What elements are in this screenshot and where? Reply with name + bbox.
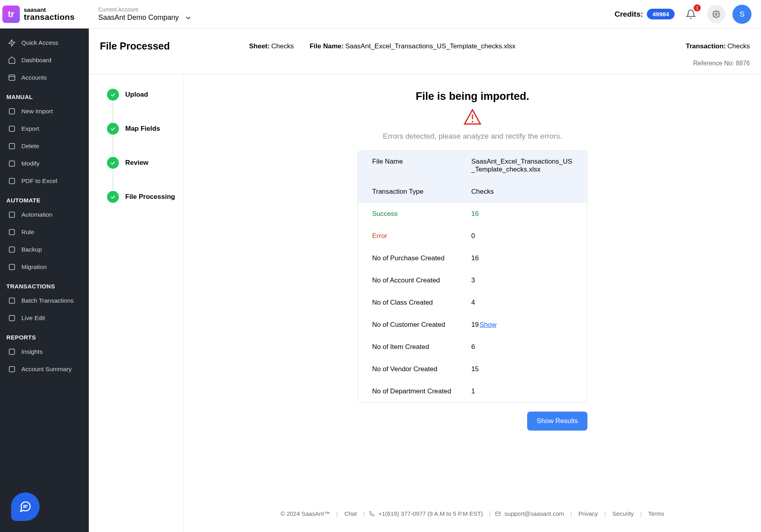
nav-icon bbox=[8, 125, 16, 133]
step-file-processing: File Processing bbox=[107, 191, 184, 203]
user-avatar[interactable]: S bbox=[732, 5, 751, 24]
nav-icon bbox=[8, 39, 16, 47]
sidebar-item-accounts[interactable]: Accounts bbox=[0, 69, 89, 86]
import-steps: Upload Map Fields Review File Processing bbox=[89, 74, 184, 532]
sidebar-item-label: Delete bbox=[21, 143, 39, 150]
ref-value: 8876 bbox=[736, 60, 750, 67]
sidebar-item-delete[interactable]: Delete bbox=[0, 137, 89, 155]
sidebar-item-batch-transactions[interactable]: Batch Transactions bbox=[0, 292, 89, 309]
row-label: No of Department Created bbox=[372, 387, 471, 395]
svg-rect-15 bbox=[9, 366, 14, 372]
nav-icon bbox=[8, 263, 16, 271]
sidebar-item-rule[interactable]: Rule bbox=[0, 223, 89, 241]
nav-icon bbox=[8, 314, 16, 322]
footer-terms[interactable]: Terms bbox=[648, 510, 664, 517]
sidebar-item-export[interactable]: Export bbox=[0, 120, 89, 137]
credits-label: Credits: bbox=[614, 10, 643, 19]
row-label: No of Customer Created bbox=[372, 321, 471, 329]
footer-chat[interactable]: Chat bbox=[344, 510, 357, 517]
row-label: Error bbox=[372, 232, 471, 240]
sidebar-item-new-import[interactable]: New Import bbox=[0, 103, 89, 120]
svg-rect-10 bbox=[9, 247, 14, 252]
svg-point-17 bbox=[472, 121, 473, 122]
sidebar-item-label: Modify bbox=[21, 160, 40, 167]
row-label: No of Class Created bbox=[372, 299, 471, 307]
nav-icon bbox=[8, 228, 16, 236]
result-row: No of Department Created 1 bbox=[358, 380, 587, 402]
svg-point-0 bbox=[715, 13, 717, 15]
step-label: Review bbox=[125, 159, 149, 167]
footer-copyright: © 2024 SaasAnt™ bbox=[281, 510, 330, 517]
row-label: No of Account Created bbox=[372, 276, 471, 284]
chat-fab[interactable] bbox=[11, 492, 40, 521]
svg-rect-1 bbox=[9, 75, 15, 80]
logo-line2: transactions bbox=[24, 13, 75, 21]
account-name: SaasAnt Demo Company bbox=[98, 13, 179, 22]
sidebar-item-migration[interactable]: Migration bbox=[0, 258, 89, 276]
result-row: No of Purchase Created 16 bbox=[358, 247, 587, 269]
txn-value: Checks bbox=[727, 42, 750, 50]
svg-rect-6 bbox=[9, 161, 14, 166]
footer-security[interactable]: Security bbox=[612, 510, 634, 517]
row-value: 4 bbox=[471, 299, 573, 307]
chevron-down-icon bbox=[184, 14, 192, 22]
sheet-value: Checks bbox=[271, 42, 294, 50]
row-value: SaasAnt_Excel_Transactions_US_Template_c… bbox=[471, 158, 573, 174]
sidebar-group-transactions: TRANSACTIONS bbox=[0, 276, 89, 292]
account-switcher[interactable]: Current Account SaasAnt Demo Company bbox=[98, 6, 192, 22]
sidebar-item-modify[interactable]: Modify bbox=[0, 155, 89, 172]
svg-rect-8 bbox=[9, 212, 14, 217]
footer-email[interactable]: support@saasant.com bbox=[505, 510, 564, 517]
step-review: Review bbox=[107, 157, 184, 169]
sidebar-item-pdf-to-excel[interactable]: PDF to Excel bbox=[0, 172, 89, 190]
sidebar-item-label: Dashboard bbox=[21, 57, 52, 64]
sidebar-item-backup[interactable]: Backup bbox=[0, 241, 89, 258]
logo[interactable]: tr saasant transactions bbox=[0, 6, 89, 23]
show-results-button[interactable]: Show Results bbox=[527, 412, 587, 431]
row-value: 15 bbox=[471, 365, 573, 373]
nav-icon bbox=[8, 74, 16, 82]
sidebar-item-automation[interactable]: Automation bbox=[0, 206, 89, 223]
sheet-key: Sheet: bbox=[249, 42, 270, 50]
warning-icon bbox=[463, 108, 482, 127]
sidebar-item-dashboard[interactable]: Dashboard bbox=[0, 51, 89, 69]
notification-count: 1 bbox=[694, 4, 701, 11]
sidebar-item-account-summary[interactable]: Account Summary bbox=[0, 360, 89, 378]
sidebar-item-quick-access[interactable]: Quick Access bbox=[0, 34, 89, 51]
import-heading: File is being imported. bbox=[416, 90, 530, 103]
settings-button[interactable] bbox=[707, 5, 725, 23]
ref-key: Reference No: bbox=[693, 60, 734, 67]
sidebar-item-label: Migration bbox=[21, 263, 47, 271]
sidebar-item-live-edit[interactable]: Live Edit bbox=[0, 309, 89, 327]
step-label: Map Fields bbox=[125, 125, 160, 133]
svg-rect-13 bbox=[9, 315, 14, 320]
row-value: Checks bbox=[471, 188, 573, 196]
page-title: File Processed bbox=[100, 40, 170, 52]
result-row: Transaction Type Checks bbox=[358, 181, 587, 203]
sidebar-group-reports: REPORTS bbox=[0, 327, 89, 343]
svg-rect-9 bbox=[9, 229, 14, 235]
nav-icon bbox=[8, 177, 16, 185]
sidebar-item-label: PDF to Excel bbox=[21, 177, 57, 185]
account-label: Current Account bbox=[98, 6, 192, 13]
svg-rect-5 bbox=[9, 143, 14, 149]
result-row: No of Account Created 3 bbox=[358, 269, 587, 292]
sidebar-item-insights[interactable]: Insights bbox=[0, 343, 89, 360]
main-panel: File Processed Sheet:Checks File Name:Sa… bbox=[89, 29, 761, 532]
nav-icon bbox=[8, 246, 16, 254]
footer-privacy[interactable]: Privacy bbox=[578, 510, 598, 517]
gear-icon bbox=[712, 10, 720, 18]
nav-icon bbox=[8, 348, 16, 356]
sidebar-item-label: Backup bbox=[21, 246, 42, 253]
error-text: Errors detected, please analyze and rect… bbox=[383, 132, 562, 141]
check-icon bbox=[107, 89, 119, 101]
notifications-button[interactable]: 1 bbox=[682, 5, 700, 23]
check-icon bbox=[107, 191, 119, 203]
row-label: File Name bbox=[372, 158, 471, 166]
credits-badge[interactable]: 49984 bbox=[647, 9, 675, 19]
show-link[interactable]: Show bbox=[480, 321, 497, 328]
row-value: 3 bbox=[471, 276, 573, 284]
nav-icon bbox=[8, 297, 16, 305]
result-row: Success 16 bbox=[358, 203, 587, 225]
nav-icon bbox=[8, 107, 16, 115]
